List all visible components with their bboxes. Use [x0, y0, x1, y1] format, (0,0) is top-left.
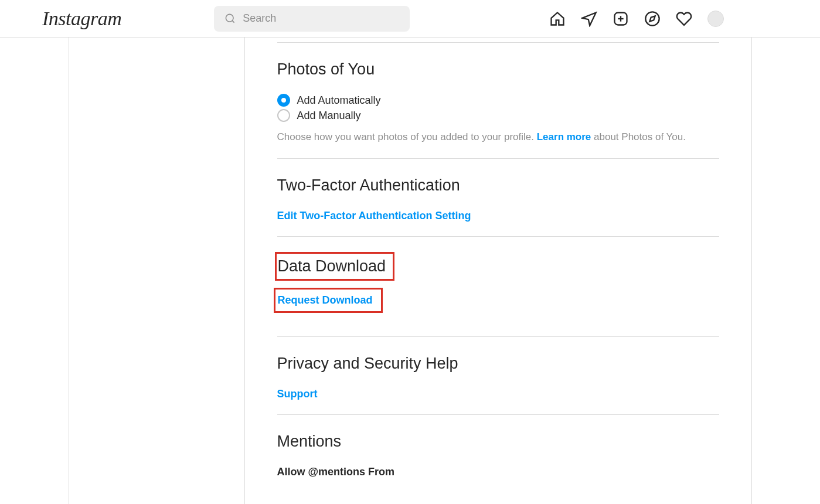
radio-label-manual[interactable]: Add Manually — [297, 110, 361, 122]
section-heading-privacy-help: Privacy and Security Help — [277, 355, 719, 373]
search-container[interactable] — [214, 6, 410, 32]
top-header: Instagram — [0, 0, 820, 38]
settings-container: Photos of You Add Automatically Add Manu… — [69, 38, 752, 504]
search-icon — [224, 13, 236, 24]
radio-row-manual[interactable]: Add Manually — [277, 109, 719, 122]
instagram-logo[interactable]: Instagram — [42, 8, 121, 30]
new-post-icon[interactable] — [613, 11, 629, 27]
nav-icons-group — [549, 11, 724, 27]
section-heading-photos: Photos of You — [277, 60, 719, 79]
messenger-icon[interactable] — [581, 11, 597, 27]
section-heading-mentions: Mentions — [277, 433, 719, 451]
section-data-download: Data Download Request Download — [277, 237, 719, 327]
radio-label-auto[interactable]: Add Automatically — [297, 94, 381, 107]
helper-post: about Photos of You. — [591, 131, 686, 142]
explore-icon[interactable] — [644, 11, 661, 27]
svg-marker-6 — [649, 16, 655, 21]
request-download-link[interactable]: Request Download — [278, 294, 373, 306]
highlight-request-download: Request Download — [274, 288, 383, 313]
section-photos-of-you: Photos of You Add Automatically Add Manu… — [277, 43, 719, 158]
settings-sidebar — [69, 38, 245, 504]
svg-point-5 — [645, 12, 659, 25]
radio-add-automatically[interactable] — [277, 94, 290, 107]
edit-2fa-link[interactable]: Edit Two-Factor Authentication Setting — [277, 210, 471, 222]
avatar[interactable] — [707, 11, 724, 27]
search-input[interactable] — [243, 12, 399, 25]
section-privacy-help: Privacy and Security Help Support — [277, 337, 719, 414]
heart-icon[interactable] — [676, 11, 692, 27]
section-two-factor: Two-Factor Authentication Edit Two-Facto… — [277, 159, 719, 236]
page-body: Photos of You Add Automatically Add Manu… — [0, 38, 820, 504]
settings-main: Photos of You Add Automatically Add Manu… — [245, 38, 751, 504]
section-heading-2fa: Two-Factor Authentication — [277, 176, 719, 195]
helper-pre: Choose how you want photos of you added … — [277, 131, 537, 142]
learn-more-link[interactable]: Learn more — [537, 131, 591, 142]
svg-line-1 — [232, 21, 234, 22]
section-heading-data-download: Data Download — [278, 257, 386, 275]
radio-add-manually[interactable] — [277, 109, 290, 122]
mentions-subheading: Allow @mentions From — [277, 466, 719, 478]
section-mentions: Mentions Allow @mentions From — [277, 415, 719, 492]
radio-row-auto[interactable]: Add Automatically — [277, 94, 719, 107]
highlight-data-download-heading: Data Download — [275, 252, 395, 281]
helper-text-photos: Choose how you want photos of you added … — [277, 130, 719, 144]
svg-point-0 — [226, 14, 234, 22]
support-link[interactable]: Support — [277, 388, 318, 400]
home-icon[interactable] — [549, 11, 566, 27]
